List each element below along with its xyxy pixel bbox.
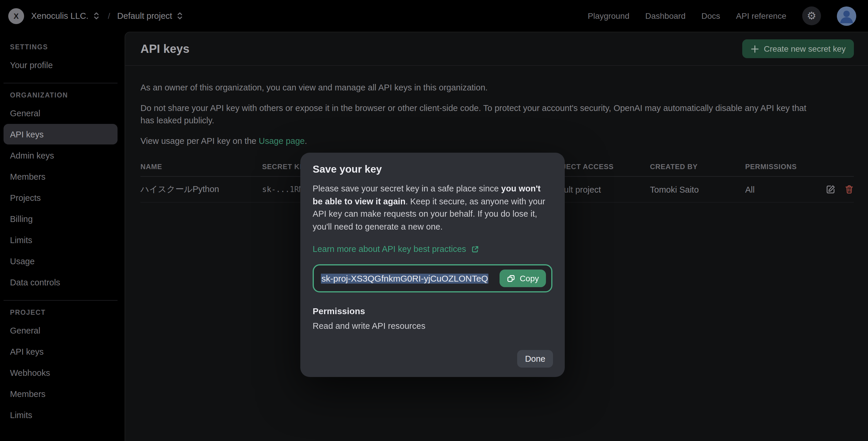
edit-icon xyxy=(826,184,836,194)
app-window: X Xenoculis LLC. / Default project Playg… xyxy=(0,0,868,441)
usage-page-link[interactable]: Usage page xyxy=(259,136,305,146)
copy-button[interactable]: Copy xyxy=(500,270,546,287)
header-nav: Playground Dashboard Docs API reference … xyxy=(588,6,856,26)
modal-title: Save your key xyxy=(313,163,552,176)
sidebar-divider xyxy=(3,300,118,301)
col-header-permissions: PERMISSIONS xyxy=(745,163,820,171)
breadcrumb-separator: / xyxy=(108,11,110,21)
top-header: X Xenoculis LLC. / Default project Playg… xyxy=(0,0,868,32)
project-selector-icon[interactable] xyxy=(176,12,183,20)
usage-text-post: . xyxy=(305,136,307,146)
sidebar-item-admin-keys[interactable]: Admin keys xyxy=(3,145,118,166)
delete-key-button[interactable] xyxy=(844,184,854,194)
secret-key-selected-text: sk-proj-XS3QGfnkmG0RI-yjCuOZLONTeQ xyxy=(321,273,489,283)
modal-body: Please save your secret key in a safe pl… xyxy=(313,182,552,233)
secret-key-field[interactable]: sk-proj-XS3QGfnkmG0RI-yjCuOZLONTeQ Copy xyxy=(313,264,552,293)
permissions-value: Read and write API resources xyxy=(313,321,552,331)
sidebar-item-org-general[interactable]: General xyxy=(3,103,118,123)
plus-icon xyxy=(750,44,759,53)
edit-key-button[interactable] xyxy=(826,184,836,194)
save-your-key-modal: Save your key Please save your secret ke… xyxy=(300,153,565,377)
nav-docs[interactable]: Docs xyxy=(702,11,720,21)
warning-paragraph: Do not share your API key with others or… xyxy=(141,102,822,127)
usage-paragraph: View usage per API key on the Usage page… xyxy=(141,135,822,147)
col-header-name: NAME xyxy=(141,163,262,171)
sidebar-item-org-limits[interactable]: Limits xyxy=(3,230,118,250)
sidebar-item-projects[interactable]: Projects xyxy=(3,187,118,208)
sidebar-section-project: PROJECT xyxy=(10,309,125,316)
sidebar-item-your-profile[interactable]: Your profile xyxy=(3,55,118,75)
sidebar-section-settings: SETTINGS xyxy=(10,43,125,50)
usage-text-pre: View usage per API key on the xyxy=(141,136,259,146)
page-header: API keys Create new secret key xyxy=(125,32,868,66)
org-name[interactable]: Xenoculis LLC. xyxy=(31,11,88,21)
create-secret-key-button[interactable]: Create new secret key xyxy=(742,39,854,58)
sidebar-item-proj-members[interactable]: Members xyxy=(3,383,118,404)
copy-icon xyxy=(507,274,516,283)
external-link-icon xyxy=(471,245,479,253)
page-title: API keys xyxy=(141,42,189,56)
learn-more-link[interactable]: Learn more about API key best practices xyxy=(313,244,479,254)
secret-key-value[interactable]: sk-proj-XS3QGfnkmG0RI-yjCuOZLONTeQ xyxy=(321,273,489,283)
sidebar-item-data-controls[interactable]: Data controls xyxy=(3,272,118,293)
nav-dashboard[interactable]: Dashboard xyxy=(645,11,685,21)
learn-more-label: Learn more about API key best practices xyxy=(313,244,466,254)
cell-created-by: Tomoki Saito xyxy=(650,185,745,194)
sidebar-item-proj-api-keys[interactable]: API keys xyxy=(3,341,118,362)
copy-label: Copy xyxy=(520,274,539,283)
intro-paragraph: As an owner of this organization, you ca… xyxy=(141,81,822,94)
create-secret-key-label: Create new secret key xyxy=(764,44,846,54)
org-avatar[interactable]: X xyxy=(8,8,24,24)
sidebar-divider xyxy=(3,83,118,83)
project-name[interactable]: Default project xyxy=(117,11,172,21)
trash-icon xyxy=(844,184,854,194)
org-breadcrumb: X Xenoculis LLC. / Default project xyxy=(8,8,187,24)
sidebar-item-org-members[interactable]: Members xyxy=(3,166,118,187)
sidebar-item-billing[interactable]: Billing xyxy=(3,208,118,229)
gear-icon: ⚙ xyxy=(807,10,816,21)
sidebar: SETTINGS Your profile ORGANIZATION Gener… xyxy=(0,32,125,441)
sidebar-item-usage[interactable]: Usage xyxy=(3,251,118,271)
done-button[interactable]: Done xyxy=(518,350,553,368)
sidebar-item-proj-limits[interactable]: Limits xyxy=(3,405,118,425)
nav-api-reference[interactable]: API reference xyxy=(736,11,786,21)
permissions-heading: Permissions xyxy=(313,306,552,316)
person-icon xyxy=(837,6,856,26)
sidebar-item-proj-general[interactable]: General xyxy=(3,320,118,341)
cell-key-name: ハイスクールPython xyxy=(141,184,262,195)
sidebar-item-webhooks[interactable]: Webhooks xyxy=(3,362,118,383)
cell-permissions: All xyxy=(745,185,820,194)
settings-gear-button[interactable]: ⚙ xyxy=(802,6,821,25)
row-actions xyxy=(820,184,854,194)
sidebar-section-organization: ORGANIZATION xyxy=(10,92,125,99)
user-avatar[interactable] xyxy=(837,6,856,26)
col-header-created-by: CREATED BY xyxy=(650,163,745,171)
nav-playground[interactable]: Playground xyxy=(588,11,629,21)
org-selector-icon[interactable] xyxy=(93,12,100,20)
modal-body-pre: Please save your secret key in a safe pl… xyxy=(313,184,501,193)
sidebar-item-org-api-keys[interactable]: API keys xyxy=(3,124,118,144)
org-avatar-initial: X xyxy=(13,11,19,20)
